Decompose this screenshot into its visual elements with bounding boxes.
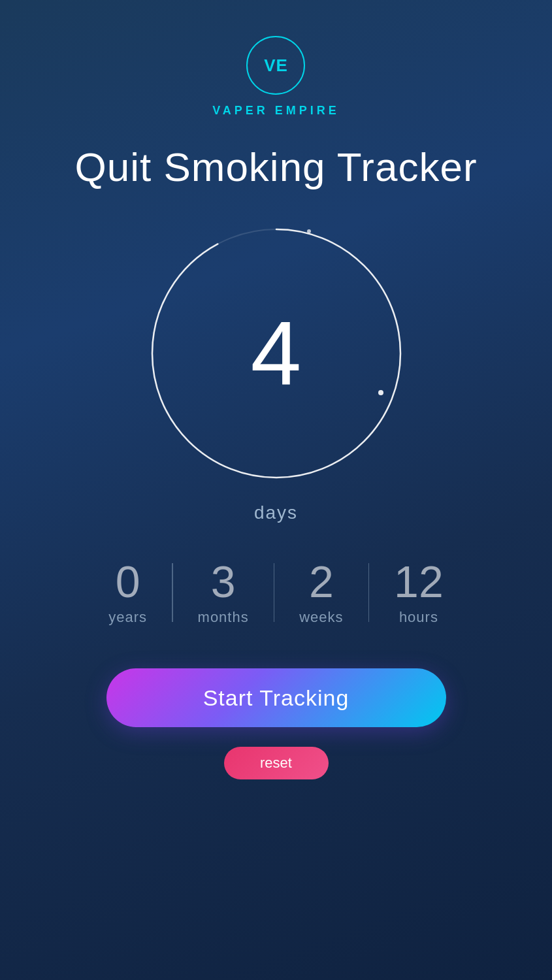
reset-button[interactable]: reset: [224, 747, 329, 779]
stat-label-weeks: weeks: [299, 609, 343, 626]
stat-label-years: years: [108, 609, 147, 626]
stat-item-years: 0 years: [84, 559, 172, 626]
stats-row: 0 years 3 months 2 weeks 12 hours: [84, 559, 468, 626]
logo-section: VE VAPER EMPIRE: [212, 36, 340, 118]
stat-label-months: months: [198, 609, 249, 626]
stat-label-hours: hours: [399, 609, 438, 626]
stat-number-weeks: 2: [309, 559, 334, 604]
logo-circle: VE: [246, 36, 305, 95]
svg-point-3: [307, 229, 311, 233]
svg-point-2: [378, 390, 383, 395]
stat-number-months: 3: [211, 559, 236, 604]
timer-main-number: 4: [251, 308, 302, 399]
timer-days-label: days: [254, 502, 298, 523]
stat-item-months: 3 months: [173, 559, 274, 626]
stat-number-hours: 12: [394, 559, 444, 604]
logo-initials: VE: [264, 56, 288, 76]
brand-name: VAPER EMPIRE: [212, 104, 340, 118]
page-title: Quit Smoking Tracker: [74, 144, 477, 190]
start-tracking-button[interactable]: Start Tracking: [106, 668, 446, 727]
stat-item-hours: 12 hours: [369, 559, 468, 626]
stat-number-years: 0: [116, 559, 140, 604]
timer-circle-container: 4: [139, 216, 414, 491]
stat-item-weeks: 2 weeks: [274, 559, 368, 626]
